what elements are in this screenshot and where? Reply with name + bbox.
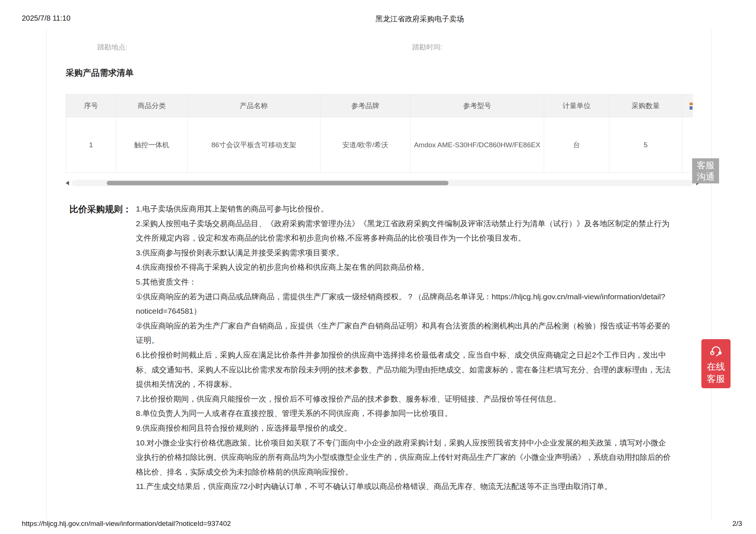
- rule-line: ②供应商响应的若为生产厂家自产自销商品，应提供《生产厂家自产自销商品证明》和具有…: [136, 318, 671, 333]
- rule-line: ①供应商响应的若为进口商品或品牌商品，需提供生产厂家或一级经销商授权。？（品牌商…: [136, 289, 671, 304]
- rule-line: 5.其他资质文件：: [136, 275, 671, 289]
- cell-clipped: [682, 117, 693, 173]
- page-date: 2025/7/8 11:10: [22, 14, 71, 23]
- cell-category: 触控一体机: [116, 117, 188, 173]
- col-header-quantity: 采购数量: [609, 94, 682, 117]
- rule-line: 标、成交通知书。采购人不应以比价需求发布阶段未列明的技术参数、产品功能为理由拒绝…: [136, 362, 671, 377]
- cell-index: 1: [66, 117, 116, 173]
- survey-time-label: 踏勘时间:: [412, 42, 442, 52]
- rule-line: 1.电子卖场供应商用其上架销售的商品可参与比价报价。: [136, 201, 671, 216]
- rule-line: 6.比价报价时间截止后，采购人应在满足比价条件并参加报价的供应商中选择排名价最低…: [136, 348, 671, 362]
- rule-line: 证明。: [136, 333, 671, 348]
- scrollbar-thumb[interactable]: [107, 181, 449, 185]
- footer-url: https://hljcg.hlj.gov.cn/mall-view/infor…: [22, 520, 231, 528]
- rule-line: 9.供应商报价相同且符合报价规则的，应选择最早报价的成交。: [136, 421, 671, 435]
- horizontal-scrollbar[interactable]: [66, 179, 700, 187]
- cell-product-name: 86寸会议平板含可移动支架: [188, 117, 320, 173]
- site-title: 黑龙江省政府采购电子卖场: [375, 14, 464, 24]
- chat-badge-line: 客服: [692, 159, 719, 171]
- online-badge-line: 客服: [701, 373, 731, 385]
- product-table-viewport: 序号 商品分类 产品名称 参考品牌 参考型号 计量单位 采购数量 1 触控一体机…: [66, 94, 693, 173]
- rule-line: 格比价、排名，实际成交价为未扣除价格前的供应商响应报价。: [136, 465, 671, 479]
- col-header-ref-model: 参考型号: [410, 94, 544, 117]
- cell-quantity: 5: [609, 117, 682, 173]
- rules-text: 1.电子卖场供应商用其上架销售的商品可参与比价报价。 2.采购人按照电子卖场交易…: [136, 201, 671, 494]
- page-right-border: [711, 30, 712, 519]
- rule-line: 业执行的价格扣除比例。供应商响应的所有商品均为小型或微型企业生产的，供应商应上传…: [136, 450, 671, 465]
- rule-line: 7.比价报价期间，供应商只能报价一次，报价后不可修改报价产品的技术参数、服务标准…: [136, 392, 671, 406]
- cell-ref-model: Amdox AME-S30HF/DC860HW/FE86EX: [410, 117, 544, 173]
- rule-line: 4.供应商报价不得高于采购人设定的初步意向价格和供应商上架在售的同款商品价格。: [136, 260, 671, 275]
- online-service-badge[interactable]: 在线 客服: [701, 339, 731, 388]
- section-title: 采购产品需求清单: [66, 67, 134, 79]
- rule-line: 提供相关情况的，不得废标。: [136, 377, 671, 392]
- rule-line: 3.供应商参与报价则表示默认满足并接受采购需求项目要求。: [136, 245, 671, 260]
- rule-line: 10.对小微企业实行价格优惠政策。比价项目如关联了不专门面向中小企业的政府采购计…: [136, 435, 671, 450]
- col-header-unit: 计量单位: [544, 94, 609, 117]
- headset-icon: [708, 344, 724, 359]
- cell-ref-brand: 安道/欧帝/希沃: [320, 117, 410, 173]
- survey-location-label: 踏勘地点:: [97, 42, 127, 52]
- col-header-product-name: 产品名称: [188, 94, 320, 117]
- page-left-border: [47, 30, 47, 519]
- rule-line: 8.单位负责人为同一人或者存在直接控股、管理关系的不同供应商，不得参加同一比价项…: [136, 406, 671, 421]
- col-header-ref-brand: 参考品牌: [320, 94, 410, 117]
- col-header-index: 序号: [66, 94, 116, 117]
- rule-line: 2.采购人按照电子卖场交易商品品目、《政府采购需求管理办法》《黑龙江省政府采购文…: [136, 216, 671, 231]
- product-table: 序号 商品分类 产品名称 参考品牌 参考型号 计量单位 采购数量 1 触控一体机…: [66, 94, 693, 173]
- rules-label: 比价采购规则：: [69, 203, 131, 215]
- scroll-left-arrow-icon[interactable]: [66, 181, 69, 185]
- chat-service-badge[interactable]: 客服 沟通: [692, 158, 719, 183]
- online-badge-line: 在线: [701, 361, 731, 373]
- col-header-clipped: [682, 94, 693, 117]
- rule-line: noticeId=764581）: [136, 304, 671, 318]
- cell-unit: 台: [544, 117, 609, 173]
- chat-badge-line: 沟通: [692, 171, 719, 182]
- page-number: 2/3: [732, 520, 742, 528]
- rule-line: 文件所规定内容，设定和发布商品的比价需求和初步意向价格,不应将多种商品的比价项目…: [136, 231, 671, 245]
- rule-line: 11.产生成交结果后，供应商应72小时内确认订单，不可不确认订单或以商品价格错误…: [136, 479, 671, 494]
- clipped-column-fragment: [682, 94, 693, 117]
- col-header-category: 商品分类: [116, 94, 188, 117]
